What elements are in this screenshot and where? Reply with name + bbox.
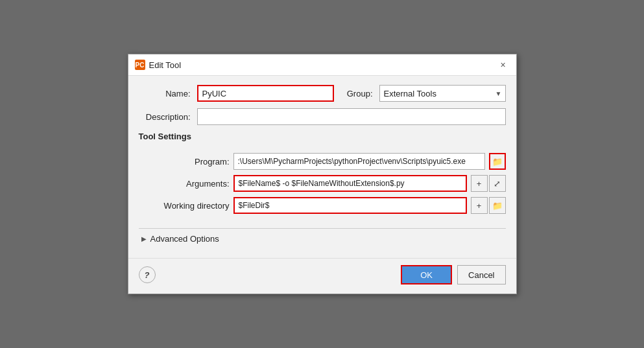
arguments-expand-button[interactable]: ⤢: [489, 175, 506, 192]
description-row: Description:: [139, 108, 506, 125]
title-bar-left: PC Edit Tool: [135, 60, 182, 70]
advanced-arrow-icon: ▶: [141, 235, 147, 242]
ok-button[interactable]: OK: [401, 265, 452, 284]
working-dir-btns: + 📁: [471, 197, 506, 214]
program-input[interactable]: [233, 153, 485, 170]
edit-tool-dialog: PC Edit Tool × Name: Group: External Too…: [128, 54, 517, 294]
arguments-add-button[interactable]: +: [471, 175, 488, 192]
name-label: Name:: [139, 89, 191, 99]
program-btns: 📁: [489, 153, 506, 170]
arguments-label: Arguments:: [158, 179, 230, 189]
working-dir-input[interactable]: [233, 197, 467, 214]
group-select[interactable]: External Tools: [379, 85, 506, 102]
advanced-label: Advanced Options: [150, 234, 219, 244]
group-label: Group:: [340, 89, 373, 99]
title-bar: PC Edit Tool ×: [128, 54, 516, 76]
working-dir-browse-button[interactable]: 📁: [489, 197, 506, 214]
dialog-body: Name: Group: External Tools ▼ Descriptio…: [128, 76, 516, 258]
advanced-options-row[interactable]: ▶ Advanced Options: [139, 228, 506, 249]
name-group-row: Name: Group: External Tools ▼: [139, 85, 506, 102]
working-dir-row: Working directory + 📁: [139, 197, 506, 214]
working-dir-label: Working directory: [158, 201, 230, 211]
description-label: Description:: [139, 112, 191, 122]
program-row: Program: 📁: [139, 153, 506, 170]
close-button[interactable]: ×: [497, 58, 510, 71]
program-browse-button[interactable]: 📁: [489, 153, 506, 170]
dialog-title: Edit Tool: [149, 60, 182, 70]
arguments-input[interactable]: [233, 175, 467, 192]
app-icon: PC: [135, 60, 145, 70]
cancel-button[interactable]: Cancel: [457, 265, 505, 284]
tool-settings-heading: Tool Settings: [139, 132, 506, 141]
footer: ? OK Cancel: [128, 258, 516, 294]
program-label: Program:: [158, 157, 230, 167]
group-wrapper: External Tools ▼: [379, 85, 506, 102]
footer-buttons: OK Cancel: [401, 265, 505, 284]
working-dir-add-button[interactable]: +: [471, 197, 488, 214]
tool-settings-section: Program: 📁 Arguments: + ⤢ Working direct…: [139, 148, 506, 224]
help-button[interactable]: ?: [139, 266, 156, 283]
name-input[interactable]: [197, 85, 334, 102]
arguments-row: Arguments: + ⤢: [139, 175, 506, 192]
arguments-btns: + ⤢: [471, 175, 506, 192]
description-input[interactable]: [197, 108, 506, 125]
